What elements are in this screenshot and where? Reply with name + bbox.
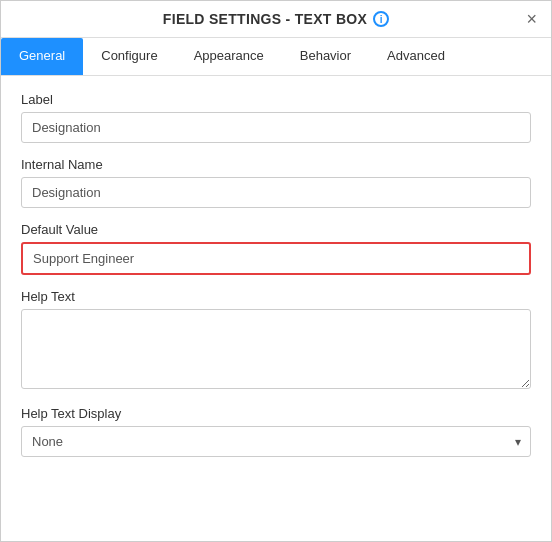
tab-appearance[interactable]: Appearance xyxy=(176,38,282,75)
internal-name-field-group: Internal Name xyxy=(21,157,531,208)
info-icon[interactable]: i xyxy=(373,11,389,27)
label-field-label: Label xyxy=(21,92,531,107)
field-settings-dialog: FIELD SETTINGS - TEXT BOX i × General Co… xyxy=(0,0,552,542)
tab-bar: General Configure Appearance Behavior Ad… xyxy=(1,38,551,76)
tab-general[interactable]: General xyxy=(1,38,83,75)
help-text-field-group: Help Text xyxy=(21,289,531,392)
help-text-input[interactable] xyxy=(21,309,531,389)
default-value-input[interactable] xyxy=(21,242,531,275)
tab-behavior[interactable]: Behavior xyxy=(282,38,369,75)
dialog-header: FIELD SETTINGS - TEXT BOX i × xyxy=(1,1,551,38)
label-field-group: Label xyxy=(21,92,531,143)
help-text-field-label: Help Text xyxy=(21,289,531,304)
tab-advanced[interactable]: Advanced xyxy=(369,38,463,75)
help-text-display-wrapper: None Tooltip Inline ▾ xyxy=(21,426,531,457)
default-value-field-label: Default Value xyxy=(21,222,531,237)
internal-name-field-label: Internal Name xyxy=(21,157,531,172)
internal-name-input[interactable] xyxy=(21,177,531,208)
dialog-body: Label Internal Name Default Value Help T… xyxy=(1,76,551,541)
help-text-display-label: Help Text Display xyxy=(21,406,531,421)
help-text-display-field-group: Help Text Display None Tooltip Inline ▾ xyxy=(21,406,531,457)
tab-configure[interactable]: Configure xyxy=(83,38,175,75)
dialog-title: FIELD SETTINGS - TEXT BOX xyxy=(163,11,367,27)
close-button[interactable]: × xyxy=(526,10,537,28)
label-input[interactable] xyxy=(21,112,531,143)
default-value-field-group: Default Value xyxy=(21,222,531,275)
help-text-display-select[interactable]: None Tooltip Inline xyxy=(21,426,531,457)
